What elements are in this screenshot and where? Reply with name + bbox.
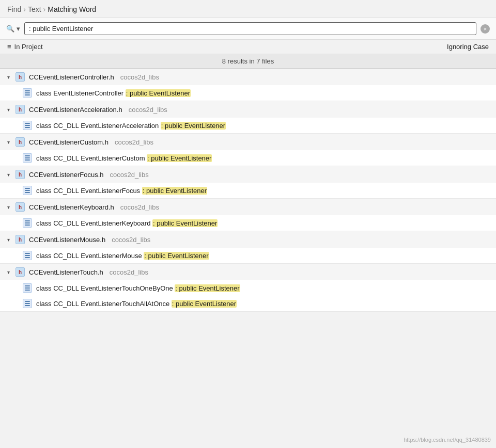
file-group: ▾hCCEventListenerTouch.hcocos2d_libsclas… <box>0 264 496 312</box>
file-name: CCEventListenerKeyboard.h <box>29 203 114 211</box>
file-icon: h <box>16 105 25 114</box>
breadcrumb-find[interactable]: Find <box>7 5 21 13</box>
match-text: class EventListenerController : public E… <box>36 89 191 97</box>
match-highlight: : public EventListener <box>175 284 240 292</box>
match-row[interactable]: class CC_DLL EventListenerTouchAllAtOnce… <box>0 296 496 311</box>
file-group: ▾hCCEventListenerController.hcocos2d_lib… <box>0 69 496 101</box>
breadcrumb-text[interactable]: Text <box>28 5 41 13</box>
match-row[interactable]: class EventListenerController : public E… <box>0 85 496 101</box>
chevron-down-icon[interactable]: ▾ <box>5 172 11 178</box>
match-text: class CC_DLL EventListenerTouchAllAtOnce… <box>36 300 237 308</box>
dropdown-arrow-icon[interactable]: ▾ <box>17 25 20 33</box>
file-row[interactable]: ▾hCCEventListenerCustom.hcocos2d_libs <box>0 134 496 150</box>
search-bar: 🔍 ▾ × <box>0 18 496 40</box>
file-name: CCEventListenerController.h <box>29 73 114 81</box>
watermark: https://blog.csdn.net/qq_31480839 <box>404 437 491 443</box>
file-icon: h <box>16 202 25 212</box>
file-row[interactable]: ▾hCCEventListenerAcceleration.hcocos2d_l… <box>0 101 496 118</box>
match-file-icon <box>23 121 32 130</box>
file-group: ▾hCCEventListenerAcceleration.hcocos2d_l… <box>0 101 496 134</box>
search-icon-area: 🔍 ▾ <box>6 25 20 33</box>
file-icon: h <box>16 170 25 179</box>
match-file-icon <box>23 283 32 293</box>
breadcrumb-sep-1: › <box>23 5 26 13</box>
chevron-down-icon[interactable]: ▾ <box>5 74 11 80</box>
file-group: ▾hCCEventListenerKeyboard.hcocos2d_libsc… <box>0 199 496 231</box>
match-row[interactable]: class CC_DLL EventListenerCustom : publi… <box>0 150 496 166</box>
match-text: class CC_DLL EventListenerAcceleration :… <box>36 122 226 130</box>
file-path: cocos2d_libs <box>110 171 149 179</box>
file-row[interactable]: ▾hCCEventListenerFocus.hcocos2d_libs <box>0 166 496 183</box>
case-label: Ignoring Case <box>447 43 489 51</box>
chevron-down-icon[interactable]: ▾ <box>5 204 11 210</box>
results-summary: 8 results in 7 files <box>0 54 496 69</box>
match-file-icon <box>23 153 32 163</box>
file-name: CCEventListenerCustom.h <box>29 138 109 146</box>
match-highlight: : public EventListener <box>147 154 212 162</box>
chevron-down-icon[interactable]: ▾ <box>5 237 11 243</box>
results-list: ▾hCCEventListenerController.hcocos2d_lib… <box>0 69 496 312</box>
file-path: cocos2d_libs <box>120 203 159 211</box>
file-path: cocos2d_libs <box>120 73 159 81</box>
search-input[interactable] <box>24 22 476 35</box>
match-row[interactable]: class CC_DLL EventListenerFocus : public… <box>0 183 496 198</box>
match-highlight: : public EventListener <box>152 219 218 227</box>
breadcrumb-matching-word: Matching Word <box>48 5 96 13</box>
match-highlight: : public EventListener <box>144 252 209 260</box>
scope-bar: ≡ In Project Ignoring Case <box>0 40 496 54</box>
file-row[interactable]: ▾hCCEventListenerController.hcocos2d_lib… <box>0 69 496 85</box>
match-text: class CC_DLL EventListenerKeyboard : pub… <box>36 219 218 227</box>
match-highlight: : public EventListener <box>172 300 237 308</box>
match-highlight: : public EventListener <box>142 187 207 195</box>
file-name: CCEventListenerFocus.h <box>29 171 104 179</box>
file-icon: h <box>16 235 25 244</box>
match-highlight: : public EventListener <box>161 122 226 130</box>
file-row[interactable]: ▾hCCEventListenerMouse.hcocos2d_libs <box>0 231 496 248</box>
chevron-down-icon[interactable]: ▾ <box>5 139 11 145</box>
file-icon: h <box>16 267 25 277</box>
chevron-down-icon[interactable]: ▾ <box>5 107 11 113</box>
match-row[interactable]: class CC_DLL EventListenerTouchOneByOne … <box>0 280 496 296</box>
scope-left: ≡ In Project <box>7 43 43 51</box>
file-name: CCEventListenerAcceleration.h <box>29 106 122 114</box>
file-name: CCEventListenerTouch.h <box>29 268 103 276</box>
match-text: class CC_DLL EventListenerCustom : publi… <box>36 154 212 162</box>
file-name: CCEventListenerMouse.h <box>29 236 105 244</box>
file-path: cocos2d_libs <box>112 236 150 244</box>
match-highlight: : public EventListener <box>126 89 191 97</box>
file-group: ▾hCCEventListenerFocus.hcocos2d_libsclas… <box>0 166 496 199</box>
match-file-icon <box>23 251 32 260</box>
file-row[interactable]: ▾hCCEventListenerKeyboard.hcocos2d_libs <box>0 199 496 215</box>
scope-label[interactable]: In Project <box>14 43 43 51</box>
file-group: ▾hCCEventListenerCustom.hcocos2d_libscla… <box>0 134 496 166</box>
file-icon: h <box>16 137 25 147</box>
file-icon: h <box>16 72 25 82</box>
breadcrumb: Find › Text › Matching Word <box>0 0 496 18</box>
file-path: cocos2d_libs <box>115 138 153 146</box>
match-file-icon <box>23 186 32 195</box>
file-path: cocos2d_libs <box>129 106 167 114</box>
match-text: class CC_DLL EventListenerFocus : public… <box>36 187 207 195</box>
match-row[interactable]: class CC_DLL EventListenerAcceleration :… <box>0 118 496 133</box>
file-path: cocos2d_libs <box>110 268 148 276</box>
clear-search-button[interactable]: × <box>481 24 490 34</box>
chevron-down-icon[interactable]: ▾ <box>5 269 11 275</box>
match-text: class CC_DLL EventListenerTouchOneByOne … <box>36 284 240 292</box>
match-text: class CC_DLL EventListenerMouse : public… <box>36 252 209 260</box>
file-group: ▾hCCEventListenerMouse.hcocos2d_libsclas… <box>0 231 496 264</box>
magnifier-icon: 🔍 <box>6 25 14 33</box>
match-row[interactable]: class CC_DLL EventListenerKeyboard : pub… <box>0 215 496 231</box>
match-row[interactable]: class CC_DLL EventListenerMouse : public… <box>0 248 496 263</box>
match-file-icon <box>23 299 32 308</box>
match-file-icon <box>23 88 32 98</box>
breadcrumb-sep-2: › <box>43 5 46 13</box>
match-file-icon <box>23 218 32 228</box>
scope-icon: ≡ <box>7 43 11 51</box>
file-row[interactable]: ▾hCCEventListenerTouch.hcocos2d_libs <box>0 264 496 280</box>
